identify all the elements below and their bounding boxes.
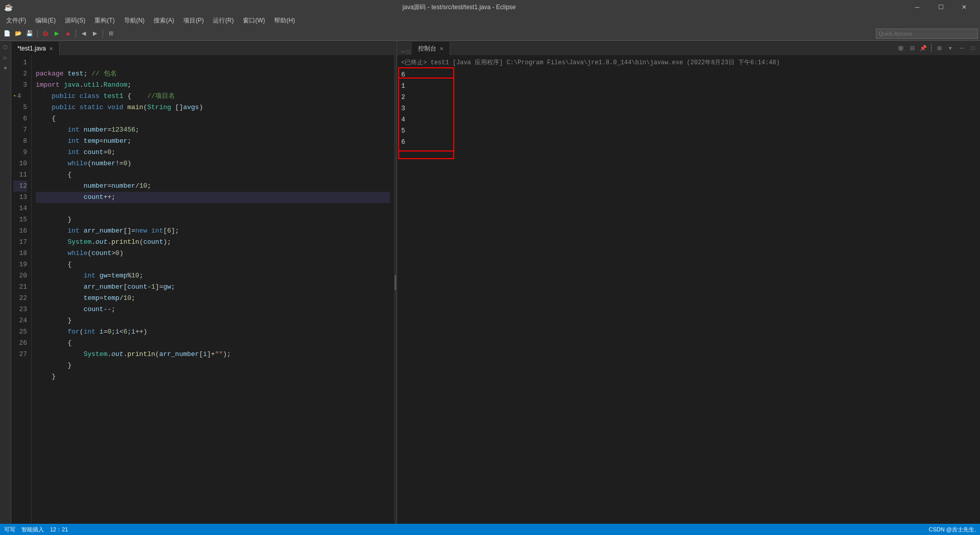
menu-project[interactable]: 项目(P) — [179, 15, 208, 26]
line-num-6: 6 — [13, 113, 27, 124]
toolbar-separator-2 — [76, 30, 76, 38]
toolbar: 📄 📂 💾 🐞 ▶ ■ ◀ ▶ ⊞ — [0, 27, 980, 41]
code-line-1: package test; // 包名 — [36, 70, 117, 78]
code-line-17: { — [36, 261, 71, 268]
code-line-18: int gw=temp%10; — [36, 272, 143, 279]
line-num-24: 24 — [13, 315, 27, 326]
status-bar: 可写 智能插入 12：21 CSDN @吉士先生. — [0, 524, 980, 535]
menu-run[interactable]: 运行(R) — [209, 15, 238, 26]
console-content: <已终止> test1 [Java 应用程序] C:\Program Files… — [397, 55, 980, 524]
line-num-17: 17 — [13, 237, 27, 248]
code-line-3: public class test1 { //项目名 — [36, 92, 175, 100]
right-panel: ─□ 控制台 ✕ ⊗ ⊟ 📌 ⊞ ▾ ─ □ <已终止> test1 [Java… — [397, 41, 980, 524]
console-minimize[interactable]: ─ — [957, 43, 967, 53]
menu-edit[interactable]: 编辑(E) — [31, 15, 60, 26]
code-line-12: count++; — [36, 192, 390, 203]
line-num-26: 26 — [13, 338, 27, 349]
code-line-13: } — [36, 216, 71, 223]
code-line-8: int count=0; — [36, 148, 115, 156]
menu-help[interactable]: 帮助(H) — [270, 15, 299, 26]
status-smart-insert: 智能插入 — [21, 526, 44, 533]
toolbar-forward[interactable]: ▶ — [90, 29, 100, 39]
code-line-9: while(number!=0) — [36, 160, 131, 167]
tab-close-button[interactable]: ✕ — [49, 46, 53, 52]
console-line-3: 3 — [401, 103, 405, 114]
code-line-27: } — [36, 373, 56, 380]
main-layout: ⬡ ▷ ◈ *test1.java ✕ 1 2 3 •4 5 6 7 8 9 — [0, 41, 980, 524]
line-num-5: 5 — [13, 102, 27, 113]
toolbar-run[interactable]: ▶ — [52, 29, 62, 39]
code-line-26: } — [36, 362, 71, 369]
console-line-2: 2 — [401, 92, 405, 103]
annotation-inner-rect — [398, 78, 454, 151]
toolbar-new[interactable]: 📄 — [2, 29, 12, 39]
toolbar-perspective[interactable]: ⊞ — [106, 29, 116, 39]
annotation-outer-rect — [398, 67, 454, 159]
line-num-1: 1 — [13, 57, 27, 68]
console-view-menu[interactable]: ▾ — [945, 43, 955, 53]
console-tab-bar: ─□ 控制台 ✕ ⊗ ⊟ 📌 ⊞ ▾ ─ □ — [397, 41, 980, 55]
line-num-13: 13 — [13, 192, 27, 203]
console-line-1: 1 — [401, 81, 405, 92]
code-line-16: while(count>0) — [36, 249, 124, 257]
console-maximize[interactable]: □ — [968, 43, 978, 53]
toolbar-open[interactable]: 📂 — [13, 29, 23, 39]
code-line-2: import java.util.Random; — [36, 81, 131, 89]
code-line-19: arr_number[count-1]=gw; — [36, 283, 175, 291]
menu-source[interactable]: 源码(S) — [61, 15, 89, 26]
toolbar-debug[interactable]: 🐞 — [40, 29, 51, 39]
console-sep — [931, 44, 932, 52]
code-line-22: } — [36, 317, 71, 324]
status-writable: 可写 — [4, 526, 15, 533]
gutter-icon-2: ▷ — [1, 53, 10, 62]
status-brand: CSDN @吉士先生. — [929, 526, 976, 533]
line-num-8: 8 — [13, 136, 27, 147]
toolbar-back[interactable]: ◀ — [79, 29, 89, 39]
line-num-25: 25 — [13, 326, 27, 338]
console-tab-close[interactable]: ✕ — [439, 46, 444, 52]
console-clear[interactable]: ⊗ — [896, 43, 906, 53]
tab-test1-java[interactable]: *test1.java ✕ — [11, 42, 60, 55]
close-button[interactable]: ✕ — [952, 0, 976, 14]
maximize-button[interactable]: ☐ — [929, 0, 952, 14]
quick-access-input[interactable] — [876, 29, 978, 39]
status-left: 可写 智能插入 12：21 — [4, 526, 68, 533]
code-line-4: public static void main(String []avgs) — [36, 104, 203, 111]
tab-label: *test1.java — [17, 45, 46, 52]
code-editor[interactable]: 1 2 3 •4 5 6 7 8 9 10 11 12 13 14 15 16 … — [11, 55, 394, 524]
code-line-24: { — [36, 339, 71, 347]
line-num-15: 15 — [13, 214, 27, 225]
line-num-10: 10 — [13, 158, 27, 169]
code-line-14: int arr_number[]=new int[6]; — [36, 227, 179, 235]
line-num-14: 14 — [13, 203, 27, 214]
status-right: CSDN @吉士先生. — [929, 526, 976, 533]
console-new-view[interactable]: ⊞ — [934, 43, 944, 53]
line-num-2: 2 — [13, 68, 27, 80]
console-collapse-btn[interactable]: ─□ — [399, 49, 412, 55]
line-num-20: 20 — [13, 270, 27, 282]
minimize-button[interactable]: ─ — [905, 0, 929, 14]
console-tab-label: 控制台 — [418, 44, 436, 53]
status-line-col: 12：21 — [50, 526, 68, 533]
menu-search[interactable]: 搜索(A) — [150, 15, 178, 26]
menu-file[interactable]: 文件(F) — [2, 15, 30, 26]
toolbar-stop[interactable]: ■ — [63, 29, 73, 39]
code-line-11: number=number/10; — [36, 182, 151, 190]
menu-window[interactable]: 窗口(W) — [239, 15, 269, 26]
code-content[interactable]: package test; // 包名 import java.util.Ran… — [32, 55, 394, 524]
line-num-16: 16 — [13, 225, 27, 237]
console-line-6: 6 — [401, 137, 405, 148]
menu-navigate[interactable]: 导航(N) — [120, 15, 149, 26]
title-bar: ☕ java源码 - test/src/test/test1.java - Ec… — [0, 0, 980, 14]
menu-refactor[interactable]: 重构(T) — [90, 15, 118, 26]
toolbar-separator-1 — [37, 30, 38, 38]
code-line-21: count--; — [36, 305, 115, 313]
code-line-10: { — [36, 171, 71, 179]
line-numbers: 1 2 3 •4 5 6 7 8 9 10 11 12 13 14 15 16 … — [11, 55, 32, 524]
tab-console[interactable]: 控制台 ✕ — [412, 42, 450, 55]
console-scroll-lock[interactable]: ⊟ — [907, 43, 917, 53]
line-num-3: 3 — [13, 80, 27, 91]
line-num-11: 11 — [13, 169, 27, 181]
console-pin[interactable]: 📌 — [918, 43, 928, 53]
toolbar-save[interactable]: 💾 — [24, 29, 35, 39]
